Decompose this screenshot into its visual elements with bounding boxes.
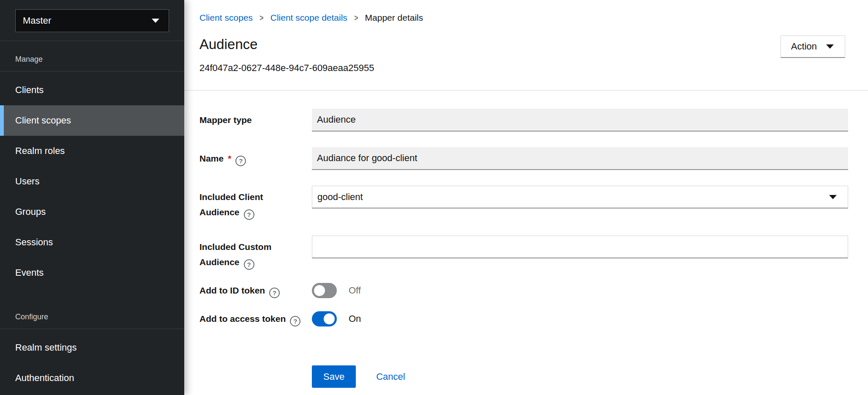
content-header: Client scopes > Client scope details > M… xyxy=(184,0,868,74)
mapper-type-input xyxy=(312,109,848,132)
help-question-icon[interactable] xyxy=(235,156,246,166)
sidebar-item-authentication[interactable]: Authentication xyxy=(0,363,184,393)
sidebar-section-manage: Manage Clients Client scopes Realm roles… xyxy=(0,41,184,288)
realm-selector-wrap: Master xyxy=(0,0,184,41)
sidebar-item-label: Clients xyxy=(15,85,44,96)
form-row-add-to-id-token: Add to ID token Off xyxy=(199,279,848,298)
add-to-id-token-label: Add to ID token xyxy=(199,279,312,298)
help-question-icon[interactable] xyxy=(290,316,300,326)
sidebar-item-label: Realm roles xyxy=(15,145,65,156)
label-text: Mapper type xyxy=(199,115,252,125)
add-to-access-token-toggle[interactable] xyxy=(312,311,337,326)
sidebar-item-label: Realm settings xyxy=(15,342,77,353)
page-title: Audience xyxy=(199,36,845,53)
breadcrumb-link-client-scope-details[interactable]: Client scope details xyxy=(270,13,347,23)
form-row-mapper-type: Mapper type xyxy=(199,109,848,132)
sidebar-item-label: Sessions xyxy=(15,237,53,248)
main-content: Client scopes > Client scope details > M… xyxy=(184,0,868,395)
breadcrumb-current: Mapper details xyxy=(365,13,423,23)
included-custom-audience-input[interactable] xyxy=(312,236,848,258)
sidebar-item-label: Client scopes xyxy=(15,115,71,126)
realm-selector[interactable]: Master xyxy=(15,9,169,32)
form-row-included-custom-audience: Included Custom Audience xyxy=(199,236,848,270)
add-to-access-token-cell: On xyxy=(312,307,848,326)
included-client-audience-label: Included Client Audience xyxy=(199,186,312,220)
toggle-state-label: Off xyxy=(349,283,361,298)
add-to-access-token-label: Add to access token xyxy=(199,307,312,326)
chevron-down-icon xyxy=(829,195,837,199)
select-value: good-client xyxy=(317,192,363,203)
nav-list-manage: Clients Client scopes Realm roles Users … xyxy=(0,71,184,288)
sidebar-item-sessions[interactable]: Sessions xyxy=(0,227,184,258)
breadcrumb-separator-icon: > xyxy=(259,13,263,23)
form-row-included-client-audience: Included Client Audience good-client xyxy=(199,186,848,220)
breadcrumb-separator-icon: > xyxy=(354,13,358,23)
form-actions: Save Cancel xyxy=(312,365,848,388)
action-dropdown-button[interactable]: Action xyxy=(781,36,845,58)
realm-selector-value: Master xyxy=(23,15,51,26)
sidebar-item-realm-settings[interactable]: Realm settings xyxy=(0,332,184,363)
sidebar-item-groups[interactable]: Groups xyxy=(0,197,184,227)
sidebar-item-label: Users xyxy=(15,176,39,187)
section-title-configure: Configure xyxy=(0,310,184,329)
help-question-icon[interactable] xyxy=(244,259,254,270)
add-to-id-token-cell: Off xyxy=(312,279,848,298)
name-input xyxy=(312,147,848,170)
form-row-add-to-access-token: Add to access token On xyxy=(199,307,848,326)
toggle-knob xyxy=(314,285,325,296)
section-title-manage: Manage xyxy=(0,41,184,71)
cancel-link[interactable]: Cancel xyxy=(376,371,405,382)
help-question-icon[interactable] xyxy=(244,209,254,220)
required-indicator: * xyxy=(228,154,231,163)
sidebar-item-label: Groups xyxy=(15,206,46,217)
add-to-id-token-toggle[interactable] xyxy=(312,283,337,298)
sidebar-item-label: Events xyxy=(15,267,44,278)
name-label: Name* xyxy=(199,147,312,166)
label-text: Name xyxy=(199,154,224,163)
label-text: Add to access token xyxy=(199,314,286,324)
label-text: Included Custom Audience xyxy=(199,242,271,267)
mapper-id: 24f047a2-0627-448e-94c7-609aeaa25955 xyxy=(199,63,845,74)
form-row-name: Name* xyxy=(199,147,848,170)
toggle-knob xyxy=(324,313,335,324)
included-custom-audience-label: Included Custom Audience xyxy=(199,236,312,270)
action-button-label: Action xyxy=(791,41,817,52)
sidebar: Master Manage Clients Client scopes Real… xyxy=(0,0,184,395)
mapper-form: Mapper type Name* Included Client Audien… xyxy=(184,91,868,388)
help-question-icon[interactable] xyxy=(269,288,280,298)
breadcrumb-link-client-scopes[interactable]: Client scopes xyxy=(199,13,253,23)
sidebar-item-clients[interactable]: Clients xyxy=(0,75,184,105)
sidebar-item-realm-roles[interactable]: Realm roles xyxy=(0,136,184,166)
sidebar-item-users[interactable]: Users xyxy=(0,166,184,197)
toggle-state-label: On xyxy=(349,311,361,326)
sidebar-item-events[interactable]: Events xyxy=(0,258,184,288)
chevron-down-icon xyxy=(826,44,834,49)
breadcrumb: Client scopes > Client scope details > M… xyxy=(199,13,845,23)
sidebar-item-client-scopes[interactable]: Client scopes xyxy=(0,105,184,136)
sidebar-item-label: Authentication xyxy=(15,373,74,384)
chevron-down-icon xyxy=(152,19,159,23)
included-client-audience-select[interactable]: good-client xyxy=(312,186,848,208)
label-text: Add to ID token xyxy=(199,285,265,295)
save-button[interactable]: Save xyxy=(312,365,356,388)
mapper-type-label: Mapper type xyxy=(199,109,312,128)
sidebar-section-configure: Configure Realm settings Authentication xyxy=(0,310,184,393)
nav-list-configure: Realm settings Authentication xyxy=(0,329,184,393)
